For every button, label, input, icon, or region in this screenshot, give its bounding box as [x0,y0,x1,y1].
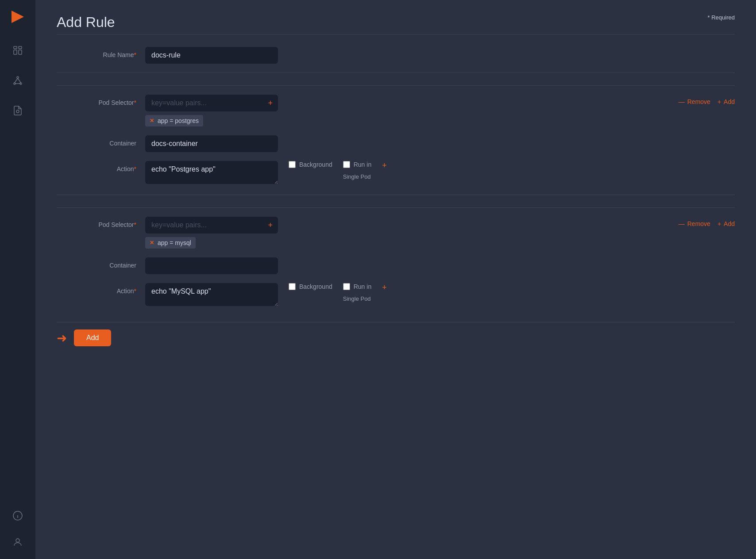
pod-tag-1-0: ✕ app = postgres [145,115,203,126]
pod-tag-remove-1-0[interactable]: ✕ [150,118,154,124]
sidebar-item-documents[interactable] [8,101,27,120]
action-control-1: echo "Postgres app" Background Run in [145,161,735,186]
pod-selector-control-2: + ✕ app = mysql [145,217,668,249]
run-in-checkbox-row-1: Run in [343,161,371,168]
action-add-btn-2[interactable]: + [382,283,387,292]
pod-selector-add-btn-2[interactable]: + [268,221,273,230]
pod-tag-remove-2-0[interactable]: ✕ [150,240,154,246]
pod-selector-label-1: Pod Selector* [57,95,145,106]
pod-selector-control-1: + ✕ app = postgres [145,95,668,126]
svg-line-8 [15,78,18,83]
single-pod-label-2: Single Pod [343,295,371,302]
container-control-2 [145,257,735,274]
pod-selector-right-1: — Remove + Add [679,95,735,105]
background-label-2: Background [299,283,332,290]
add-main-button[interactable]: Add [74,329,111,346]
background-label-1: Background [299,161,332,168]
run-in-checkbox-2[interactable] [343,283,350,290]
add-rule-button-1[interactable]: + Add [717,98,735,105]
run-in-group-2: Run in Single Pod [343,283,371,302]
action-add-btn-1[interactable]: + [382,161,387,170]
pod-selector-right-2: — Remove + Add [679,217,735,227]
page-title: Add Rule [57,14,115,31]
svg-point-11 [16,110,19,113]
action-row-content-1: echo "Postgres app" Background Run in [145,161,735,186]
remove-button-2[interactable]: — Remove [679,220,710,227]
container-row-1: Container [57,135,735,152]
container-input-1[interactable] [145,135,278,152]
svg-point-5 [17,77,19,78]
rule-name-row: Rule Name* [57,47,735,64]
bottom-add-row: ➜ Add [57,322,735,346]
run-in-checkbox-1[interactable] [343,161,350,168]
rule-name-control [145,47,735,64]
svg-line-9 [18,78,21,83]
sidebar-item-user[interactable] [8,532,27,552]
svg-marker-0 [12,11,24,23]
svg-rect-3 [14,50,17,54]
pod-selector-input-wrap-1: + [145,95,278,111]
sidebar [0,0,35,559]
svg-point-15 [16,539,19,542]
svg-rect-4 [19,50,22,54]
run-in-checkbox-row-2: Run in [343,283,371,290]
page-header: Add Rule * Required [57,14,735,31]
run-in-label-1: Run in [354,161,371,168]
action-row-2: Action* echo "MySQL app" Background [57,283,735,308]
sidebar-bottom [8,506,27,552]
action-label-1: Action* [57,161,145,172]
container-label-1: Container [57,135,145,147]
pod-selector-label-2: Pod Selector* [57,217,145,228]
action-textarea-wrap-1: echo "Postgres app" [145,161,278,186]
action-control-2: echo "MySQL app" Background Run in [145,283,735,308]
add-arrow-icon: ➜ [57,331,67,345]
run-in-group-1: Run in Single Pod [343,161,371,180]
section-divider-1 [57,73,735,73]
container-input-2[interactable] [145,257,278,274]
rule-section-1: Pod Selector* + ✕ app = postgres — Remov… [57,85,735,186]
remove-button-1[interactable]: — Remove [679,98,710,105]
pod-selector-input-wrap-2: + [145,217,278,234]
action-row-content-2: echo "MySQL app" Background Run in [145,283,735,308]
rule-section-2: Pod Selector* + ✕ app = mysql — Remove [57,207,735,308]
action-label-2: Action* [57,283,145,295]
single-pod-label-1: Single Pod [343,173,371,180]
run-in-label-2: Run in [354,283,371,290]
action-checkboxes-2: Background [289,283,332,290]
sidebar-item-dashboard[interactable] [8,41,27,60]
header-divider [57,34,735,34]
pod-selector-add-btn-1[interactable]: + [268,99,273,108]
background-checkbox-row-2: Background [289,283,332,290]
svg-rect-1 [14,46,17,49]
sidebar-nav [8,41,27,506]
background-checkbox-1[interactable] [289,161,296,168]
sidebar-item-info[interactable] [8,506,27,525]
rule-name-label: Rule Name* [57,47,145,58]
container-row-2: Container [57,257,735,274]
pod-selector-input-2[interactable] [145,217,278,234]
action-row-1: Action* echo "Postgres app" Background [57,161,735,186]
app-logo[interactable] [8,7,27,27]
container-control-1 [145,135,735,152]
pod-tag-2-0: ✕ app = mysql [145,237,196,249]
pod-selector-input-1[interactable] [145,95,278,111]
pod-selector-row-1: Pod Selector* + ✕ app = postgres — Remov… [57,95,735,126]
action-textarea-wrap-2: echo "MySQL app" [145,283,278,308]
section-divider-2 [57,195,735,195]
add-rule-button-2[interactable]: + Add [717,220,735,227]
action-checkboxes-1: Background [289,161,332,168]
container-label-2: Container [57,257,145,269]
pod-selector-row-2: Pod Selector* + ✕ app = mysql — Remove [57,217,735,249]
action-textarea-2[interactable]: echo "MySQL app" [145,283,278,306]
action-textarea-1[interactable]: echo "Postgres app" [145,161,278,184]
rule-name-input[interactable] [145,47,278,64]
background-checkbox-row-1: Background [289,161,332,168]
required-note: * Required [708,14,735,21]
sidebar-item-network[interactable] [8,71,27,90]
svg-rect-2 [19,46,22,49]
background-checkbox-2[interactable] [289,283,296,290]
main-content: Add Rule * Required Rule Name* Pod Selec… [35,0,756,559]
